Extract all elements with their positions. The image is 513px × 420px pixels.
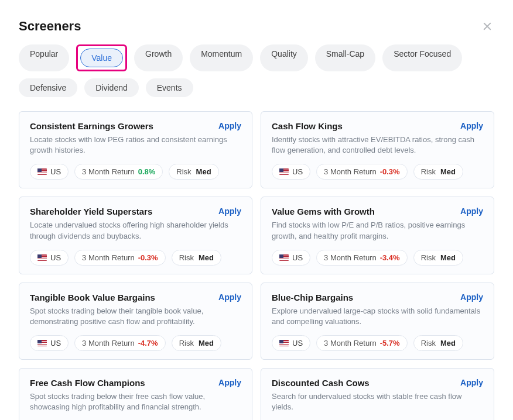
tab-quality[interactable]: Quality <box>260 44 308 71</box>
region-label: US <box>292 339 303 347</box>
risk-value: Med <box>440 253 456 262</box>
apply-button[interactable]: Apply <box>460 121 483 130</box>
category-tabs: PopularValueGrowthMomentumQualitySmall-C… <box>19 44 494 97</box>
risk-pill: Risk Med <box>172 335 221 351</box>
screener-description: Search for undervalued stocks with stabl… <box>272 391 483 412</box>
us-flag-icon <box>37 340 47 346</box>
risk-label: Risk <box>421 167 436 176</box>
risk-pill: Risk Med <box>413 335 463 351</box>
screener-title: Cash Flow Kings <box>272 121 343 131</box>
return-label: 3 Month Return <box>324 167 377 176</box>
screener-card: Consistent Earnings GrowersApplyLocate s… <box>19 111 252 188</box>
region-pill: US <box>272 335 310 351</box>
screener-title: Tangible Book Value Bargains <box>30 292 155 302</box>
return-label: 3 Month Return <box>82 253 135 262</box>
pill-row: US3 Month Return -4.7%Risk Med <box>30 335 241 351</box>
return-value: -0.3% <box>138 253 158 262</box>
region-pill: US <box>30 335 69 351</box>
tab-growth[interactable]: Growth <box>134 44 183 71</box>
screener-card: Free Cash Flow ChampionsApplySpot stocks… <box>19 368 252 420</box>
return-label: 3 Month Return <box>324 253 377 262</box>
return-label: 3 Month Return <box>82 339 135 347</box>
tab-popular[interactable]: Popular <box>19 44 69 71</box>
region-pill: US <box>30 164 69 180</box>
apply-button[interactable]: Apply <box>460 378 483 387</box>
pill-row: US3 Month Return -3.4%Risk Med <box>272 250 483 266</box>
risk-pill: Risk Med <box>413 250 463 266</box>
screener-description: Find stocks with low P/E and P/B ratios,… <box>272 220 483 241</box>
screener-card: Shareholder Yield SuperstarsApplyLocate … <box>19 197 252 274</box>
screener-grid: Consistent Earnings GrowersApplyLocate s… <box>19 111 494 420</box>
return-pill: 3 Month Return -5.7% <box>316 335 408 351</box>
apply-button[interactable]: Apply <box>460 206 483 216</box>
screener-card: Cash Flow KingsApplyIdentify stocks with… <box>261 111 494 188</box>
screener-card: Blue-Chip BargainsApplyExplore undervalu… <box>261 283 494 360</box>
screener-title: Blue-Chip Bargains <box>272 292 353 302</box>
return-label: 3 Month Return <box>324 339 377 347</box>
return-pill: 3 Month Return -3.4% <box>316 250 408 266</box>
region-label: US <box>50 339 61 347</box>
active-tab-highlight: Value <box>76 44 127 71</box>
apply-button[interactable]: Apply <box>218 378 241 387</box>
return-pill: 3 Month Return -0.3% <box>316 164 408 180</box>
risk-label: Risk <box>179 339 194 347</box>
risk-value: Med <box>199 339 214 347</box>
screener-title: Value Gems with Growth <box>272 206 375 216</box>
tab-small-cap[interactable]: Small-Cap <box>315 44 375 71</box>
pill-row: US3 Month Return 0.8%Risk Med <box>30 164 241 180</box>
us-flag-icon <box>279 168 289 175</box>
tab-events[interactable]: Events <box>146 78 193 97</box>
tab-defensive[interactable]: Defensive <box>19 78 77 97</box>
apply-button[interactable]: Apply <box>218 292 241 302</box>
risk-pill: Risk Med <box>172 250 221 266</box>
risk-label: Risk <box>179 253 194 262</box>
apply-button[interactable]: Apply <box>218 206 241 216</box>
risk-pill: Risk Med <box>413 164 463 180</box>
risk-label: Risk <box>421 253 436 262</box>
return-value: 0.8% <box>138 167 156 176</box>
return-value: -0.3% <box>380 167 400 176</box>
us-flag-icon <box>279 254 289 261</box>
close-icon <box>482 21 493 32</box>
close-button[interactable] <box>480 19 494 33</box>
tab-momentum[interactable]: Momentum <box>190 44 253 71</box>
screener-card: Discounted Cash CowsApplySearch for unde… <box>261 368 494 420</box>
region-label: US <box>50 253 61 262</box>
screener-card: Value Gems with GrowthApplyFind stocks w… <box>261 197 494 274</box>
pill-row: US3 Month Return -0.3%Risk Med <box>30 250 241 266</box>
pill-row: US3 Month Return -5.7%Risk Med <box>272 335 483 351</box>
return-pill: 3 Month Return -0.3% <box>74 250 166 266</box>
screener-description: Locate undervalued stocks offering high … <box>30 220 241 241</box>
page-title: Screeners <box>19 19 81 34</box>
region-pill: US <box>30 250 69 266</box>
us-flag-icon <box>37 168 47 175</box>
screener-title: Discounted Cash Cows <box>272 378 370 388</box>
tab-sector-focused[interactable]: Sector Focused <box>382 44 462 71</box>
us-flag-icon <box>37 254 47 261</box>
return-pill: 3 Month Return 0.8% <box>74 164 163 180</box>
screener-title: Free Cash Flow Champions <box>30 378 145 388</box>
tab-value[interactable]: Value <box>80 49 123 67</box>
us-flag-icon <box>279 340 289 346</box>
return-pill: 3 Month Return -4.7% <box>74 335 166 351</box>
risk-value: Med <box>440 167 456 176</box>
screener-description: Spot stocks trading below their free cas… <box>30 391 241 412</box>
screener-description: Locate stocks with low PEG ratios and co… <box>30 135 241 156</box>
return-value: -3.4% <box>380 253 400 262</box>
screener-title: Consistent Earnings Growers <box>30 121 153 131</box>
screener-description: Identify stocks with attractive EV/EBITD… <box>272 135 483 156</box>
screener-description: Explore undervalued large-cap stocks wit… <box>272 306 483 327</box>
risk-label: Risk <box>421 339 436 347</box>
apply-button[interactable]: Apply <box>218 121 241 130</box>
risk-value: Med <box>196 167 211 176</box>
return-label: 3 Month Return <box>82 167 135 176</box>
risk-value: Med <box>440 339 456 347</box>
region-pill: US <box>272 250 310 266</box>
screener-card: Tangible Book Value BargainsApplySpot st… <box>19 283 252 360</box>
apply-button[interactable]: Apply <box>460 292 483 302</box>
region-label: US <box>292 253 303 262</box>
risk-label: Risk <box>176 167 191 176</box>
return-value: -4.7% <box>138 339 158 347</box>
region-label: US <box>292 167 303 176</box>
tab-dividend[interactable]: Dividend <box>84 78 138 97</box>
